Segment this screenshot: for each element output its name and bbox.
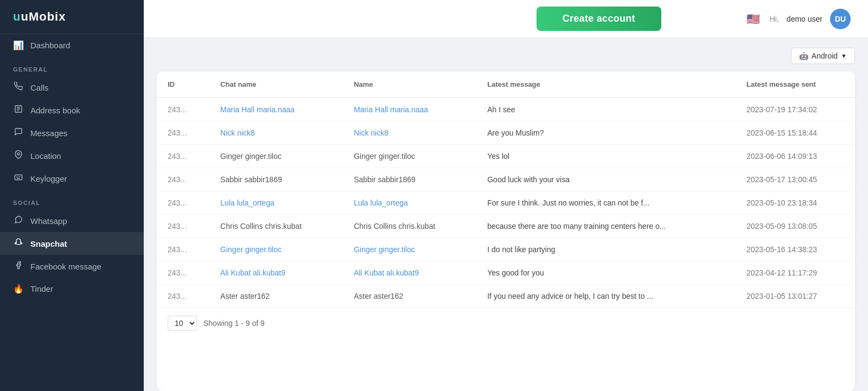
cell-name[interactable]: Ginger ginger.tiloc [343,238,476,261]
table-row: 243... Ali Kubat ali.kubat9 Ali Kubat al… [157,261,855,285]
cell-name[interactable]: Lula lula_ortega [343,191,476,215]
app-logo: uuMobix [0,0,144,34]
cell-id: 243... [157,191,209,215]
cell-name[interactable]: Ali Kubat ali.kubat9 [343,261,476,285]
sidebar-section-general: GENERAL [0,56,144,76]
data-table-card: ID Chat name Name Latest message Latest … [157,72,855,391]
cell-message: Good luck with your visa [476,168,736,191]
sidebar-item-messages[interactable]: Messages [0,121,144,144]
sidebar-item-label: Keylogger [30,174,67,183]
android-label: Android [812,52,838,60]
messages-icon [13,127,24,138]
sidebar-item-label: Calls [30,83,48,92]
sidebar-item-tinder[interactable]: 🔥 Tinder [0,278,144,300]
table-row: 243... Chris Collins chris.kubat Chris C… [157,215,855,238]
cell-name[interactable]: Nick nick8 [343,121,476,145]
cell-date: 2023-06-15 15:18:44 [736,121,855,145]
cell-date: 2023-05-16 14:38:23 [736,238,855,261]
content-area: 🤖 Android ▼ ID Chat name Name Latest mes… [144,38,868,391]
header-center: Create account [453,7,745,31]
cell-chat-name[interactable]: Ali Kubat ali.kubat9 [209,261,343,285]
cell-name: Ginger ginger.tiloc [343,145,476,168]
showing-text: Showing 1 - 9 of 9 [203,319,265,328]
keylogger-icon [13,173,24,184]
cell-date: 2023-04-12 11:17:29 [736,261,855,285]
sidebar-item-keylogger[interactable]: Keylogger [0,167,144,190]
cell-date: 2023-05-17 13:00:45 [736,168,855,191]
table-row: 243... Maria Hall maria.naaa Maria Hall … [157,98,855,121]
create-account-button[interactable]: Create account [537,7,661,31]
snapchat-icon [13,238,24,249]
page-size-select[interactable]: 10 25 50 [168,316,197,331]
table-row: 243... Lula lula_ortega Lula lula_ortega… [157,191,855,215]
cell-chat-name[interactable]: Ginger ginger.tiloc [209,238,343,261]
sidebar-item-facebook[interactable]: Facebook message [0,255,144,278]
table-row: 243... Nick nick8 Nick nick8 Are you Mus… [157,121,855,145]
whatsapp-icon [13,215,24,226]
avatar: DU [830,9,851,29]
sidebar-item-address-book[interactable]: Address book [0,99,144,121]
location-icon [13,150,24,161]
cell-chat-name[interactable]: Maria Hall maria.naaa [209,98,343,121]
calls-icon [13,82,24,93]
sidebar-item-label: Whatsapp [30,216,67,226]
cell-id: 243... [157,98,209,121]
sidebar-section-social: SOCIAL [0,190,144,209]
cell-chat-name: Aster aster162 [209,285,343,308]
cell-id: 243... [157,168,209,191]
sidebar-item-label: Dashboard [30,41,70,50]
main-content: Create account 🇺🇸 Hi, demo user DU 🤖 And… [144,0,868,391]
hi-text: Hi, [770,15,779,23]
sidebar-item-snapchat[interactable]: Snapchat [0,232,144,255]
cell-id: 243... [157,145,209,168]
cell-message: because there are too many training cent… [476,215,736,238]
cell-message: Are you Muslim? [476,121,736,145]
table-row: 243... Ginger ginger.tiloc Ginger ginger… [157,145,855,168]
sidebar-item-label: Messages [30,129,67,138]
pagination: 10 25 50 Showing 1 - 9 of 9 [157,307,855,338]
data-table: ID Chat name Name Latest message Latest … [157,72,855,307]
sidebar-item-label: Location [30,151,61,161]
cell-date: 2023-05-09 13:08:05 [736,215,855,238]
cell-message: Yes good for you [476,261,736,285]
cell-chat-name[interactable]: Lula lula_ortega [209,191,343,215]
cell-message: Ah I see [476,98,736,121]
cell-date: 2023-06-06 14:09:13 [736,145,855,168]
cell-chat-name[interactable]: Nick nick8 [209,121,343,145]
android-selector[interactable]: 🤖 Android ▼ [791,48,855,64]
cell-name[interactable]: Maria Hall maria.naaa [343,98,476,121]
col-latest-message: Latest message [476,72,736,98]
table-body: 243... Maria Hall maria.naaa Maria Hall … [157,98,855,307]
col-id: ID [157,72,209,98]
chevron-down-icon: ▼ [841,53,847,59]
sidebar-item-label: Snapchat [30,239,67,248]
svg-point-1 [17,153,20,155]
table-row: 243... Sabbir sabbir1869 Sabbir sabbir18… [157,168,855,191]
table-header: ID Chat name Name Latest message Latest … [157,72,855,98]
dashboard-icon: 📊 [13,40,24,50]
cell-id: 243... [157,121,209,145]
sidebar-item-whatsapp[interactable]: Whatsapp [0,209,144,232]
sidebar-item-label: Address book [30,106,80,115]
cell-message: For sure I think. Just no worries, it ca… [476,191,736,215]
sidebar-item-dashboard[interactable]: 📊 Dashboard [0,34,144,56]
user-name: demo user [787,15,822,23]
sidebar-item-location[interactable]: Location [0,144,144,167]
cell-chat-name: Ginger ginger.tiloc [209,145,343,168]
cell-id: 243... [157,215,209,238]
header-right: 🇺🇸 Hi, demo user DU [745,9,851,29]
sidebar-item-calls[interactable]: Calls [0,76,144,99]
language-flag[interactable]: 🇺🇸 [745,10,762,28]
facebook-icon [13,261,24,272]
cell-date: 2023-05-10 23:18:34 [736,191,855,215]
col-latest-message-sent: Latest message sent [736,72,855,98]
cell-date: 2023-01-05 13:01:27 [736,285,855,308]
cell-name: Chris Collins chris.kubat [343,215,476,238]
cell-date: 2023-07-19 17:34:02 [736,98,855,121]
table-row: 243... Ginger ginger.tiloc Ginger ginger… [157,238,855,261]
header: Create account 🇺🇸 Hi, demo user DU [144,0,868,38]
toolbar: 🤖 Android ▼ [157,48,855,64]
cell-name: Sabbir sabbir1869 [343,168,476,191]
table-row: 243... Aster aster162 Aster aster162 If … [157,285,855,308]
android-icon: 🤖 [799,52,808,60]
